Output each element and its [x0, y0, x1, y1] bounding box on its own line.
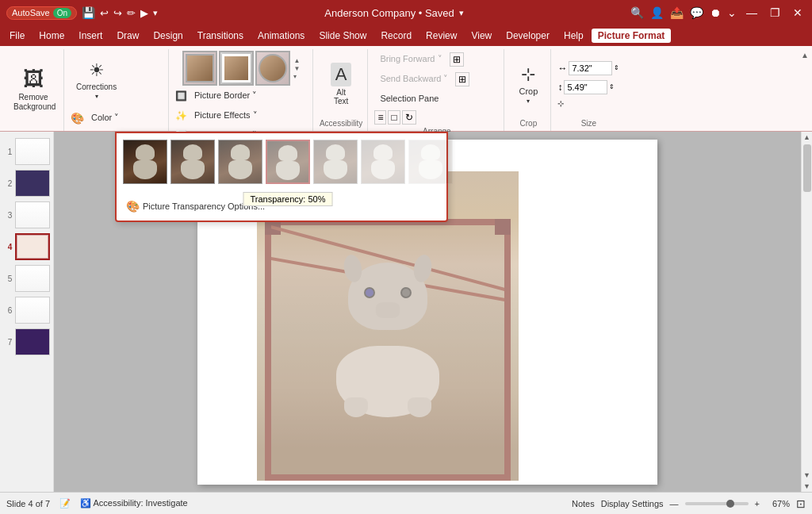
share-icon[interactable]: 📤 — [670, 6, 684, 19]
pen-icon[interactable]: ✏ — [127, 7, 136, 19]
group-btn[interactable]: □ — [388, 110, 400, 125]
title-dropdown[interactable]: ▾ — [459, 8, 464, 18]
ribbon-group-crop: ⊹ Crop ▾ Crop — [506, 49, 551, 131]
slide-mini-7[interactable] — [15, 328, 50, 355]
transparency-thumb-6[interactable] — [408, 140, 453, 184]
comment-icon[interactable]: 💬 — [690, 6, 703, 19]
transparency-thumb-2[interactable] — [218, 140, 262, 184]
slide-mini-1[interactable] — [15, 138, 50, 165]
transparency-thumb-5[interactable] — [361, 140, 405, 184]
transparency-thumb-3[interactable] — [266, 140, 310, 184]
transparency-thumb-4[interactable] — [313, 140, 358, 184]
present-icon[interactable]: ▶ — [140, 7, 148, 19]
slide-thumb-5[interactable]: 5 — [3, 265, 50, 292]
notes-btn[interactable]: Notes — [572, 499, 595, 508]
accessibility-status[interactable]: ♿ Accessibility: Investigate — [80, 498, 188, 508]
menu-transitions[interactable]: Transitions — [191, 29, 250, 43]
scrollbar-thumb[interactable] — [803, 144, 811, 192]
align-btn[interactable]: ≡ — [374, 110, 386, 125]
slide-thumb-6[interactable]: 6 — [3, 297, 50, 324]
zoom-minus-btn[interactable]: — — [670, 499, 679, 508]
ribbon-toggle[interactable]: ⌄ — [727, 6, 737, 19]
menu-home[interactable]: Home — [33, 29, 71, 43]
autosave-toggle[interactable]: On — [53, 8, 71, 18]
rotate-btn[interactable]: ↻ — [402, 110, 416, 125]
minimize-btn[interactable]: — — [743, 6, 760, 19]
ribbon-group-remove-bg: 🖼 RemoveBackground — [3, 49, 64, 131]
slide-mini-4[interactable] — [15, 233, 50, 260]
menu-view[interactable]: View — [465, 29, 498, 43]
zoom-slider[interactable] — [685, 502, 749, 505]
height-spinner[interactable]: ⇕ — [609, 83, 615, 90]
slide-mini-2[interactable] — [15, 170, 50, 197]
height-row: ↕ ⇕ — [557, 80, 615, 94]
size-expand-icon[interactable]: ⊹ — [557, 99, 564, 108]
menu-picture-format[interactable]: Picture Format — [592, 29, 672, 43]
corrections-button[interactable]: ☀ Corrections ▾ — [71, 52, 122, 109]
maximize-btn[interactable]: ❐ — [767, 6, 783, 19]
scroll-up-arrow[interactable]: ▲ — [802, 132, 813, 143]
slide-mini-6[interactable] — [15, 297, 50, 324]
style-thumb-2[interactable] — [219, 51, 254, 86]
account-icon[interactable]: 👤 — [650, 6, 664, 19]
arrange-btn2[interactable]: ⊞ — [455, 72, 469, 86]
autosave-badge[interactable]: AutoSave On — [6, 6, 77, 20]
transparency-thumb-1[interactable] — [170, 140, 215, 184]
color-button[interactable]: Color ˅ — [86, 110, 124, 125]
picture-effects-button[interactable]: Picture Effects ˅ — [189, 108, 263, 123]
slide-mini-3[interactable] — [15, 201, 50, 228]
height-input[interactable] — [564, 80, 607, 94]
alt-text-button[interactable]: A AltText — [324, 56, 358, 113]
selection-pane-button[interactable]: Selection Pane — [374, 91, 444, 105]
thumb5-container — [313, 140, 358, 184]
height-icon: ↕ — [557, 82, 562, 93]
width-spinner[interactable]: ⇕ — [614, 64, 619, 71]
menu-help[interactable]: Help — [557, 29, 590, 43]
undo-icon[interactable]: ↩ — [100, 7, 109, 19]
menu-record[interactable]: Record — [374, 29, 418, 43]
fit-slide-btn[interactable]: ⊡ — [796, 497, 806, 510]
slide-thumb-2[interactable]: 2 — [3, 170, 50, 197]
transparency-thumb-0[interactable] — [123, 140, 167, 184]
zoom-level[interactable]: 67% — [766, 499, 790, 508]
slide-thumb-1[interactable]: 1 — [3, 138, 50, 165]
slide-thumb-3[interactable]: 3 — [3, 201, 50, 228]
menu-design[interactable]: Design — [147, 29, 189, 43]
menu-draw[interactable]: Draw — [110, 29, 145, 43]
dropdown-icon[interactable]: ▾ — [153, 8, 158, 18]
remove-background-button[interactable]: 🖼 RemoveBackground — [8, 58, 59, 121]
crop-button[interactable]: ⊹ Crop ▾ — [511, 56, 546, 113]
menu-animations[interactable]: Animations — [251, 29, 311, 43]
arrange-btn1[interactable]: ⊞ — [450, 52, 464, 67]
slide-number-3: 3 — [3, 211, 12, 220]
width-input[interactable] — [569, 61, 612, 75]
slide-thumb-7[interactable]: 7 — [3, 328, 50, 355]
style-thumb-3[interactable] — [255, 51, 290, 86]
menu-insert[interactable]: Insert — [72, 29, 109, 43]
menu-file[interactable]: File — [3, 29, 31, 43]
redo-icon[interactable]: ↪ — [113, 7, 122, 19]
close-btn[interactable]: ✕ — [790, 6, 806, 19]
style-scroll-up[interactable]: ▲ — [293, 57, 300, 64]
send-backward-button[interactable]: Send Backward ˅ — [374, 71, 454, 86]
present-btn[interactable]: ⏺ — [710, 6, 721, 19]
style-scroll-more[interactable]: ▾ — [293, 73, 300, 80]
collapse-ribbon-btn[interactable]: ▲ — [801, 49, 809, 60]
zoom-thumb[interactable] — [726, 500, 734, 508]
picture-border-button[interactable]: Picture Border ˅ — [189, 88, 262, 103]
menu-review[interactable]: Review — [419, 29, 463, 43]
display-settings-btn[interactable]: Display Settings — [601, 499, 664, 508]
menu-slideshow[interactable]: Slide Show — [312, 29, 373, 43]
slide-mini-5[interactable] — [15, 265, 50, 292]
style-scroll-down[interactable]: ▼ — [293, 65, 300, 72]
slide-thumb-4[interactable]: 4 — [3, 233, 50, 260]
scroll-down-arrow-2[interactable]: ▼ — [802, 481, 813, 492]
style-thumb-1[interactable] — [182, 51, 217, 86]
menu-developer[interactable]: Developer — [500, 29, 556, 43]
zoom-plus-btn[interactable]: + — [755, 499, 760, 508]
save-icon[interactable]: 💾 — [82, 6, 95, 19]
notes-icon[interactable]: 📝 — [59, 498, 71, 508]
scroll-down-arrow-1[interactable]: ▼ — [802, 470, 813, 481]
bring-forward-button[interactable]: Bring Forward ˅ — [374, 52, 447, 67]
search-icon[interactable]: 🔍 — [630, 6, 644, 19]
